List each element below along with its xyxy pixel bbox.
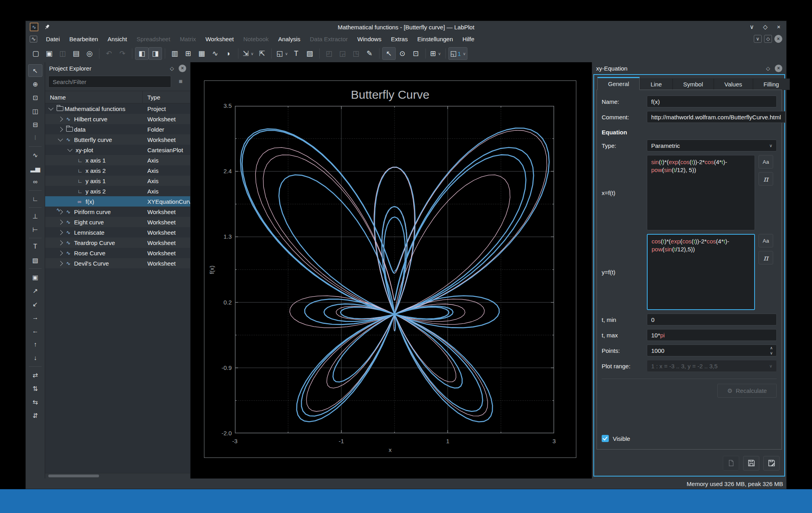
save-edit-template-button[interactable] (763, 456, 780, 471)
save-edit-icon (768, 459, 775, 467)
scale-auto-button[interactable]: ▣ (28, 271, 42, 283)
menu-bearbeiten[interactable]: Bearbeiten (65, 34, 102, 44)
zoom-x-select-tool-button[interactable]: ◫ (28, 105, 42, 117)
pin-icon[interactable] (44, 24, 50, 30)
comment-field[interactable]: http://mathworld.wolfram.com/ButterflyCu… (647, 111, 785, 123)
tab-line[interactable]: Line (640, 78, 672, 90)
menu-einstellungen[interactable]: Einstellungen (413, 34, 457, 44)
scrollbar-handle[interactable] (48, 475, 99, 477)
pointer-tool-button[interactable]: ↖ (28, 64, 42, 77)
tmin-field[interactable]: 0 (647, 314, 777, 325)
auto-scale-x-button[interactable]: ⇄ (28, 369, 42, 381)
tab-filling[interactable]: Filling (753, 78, 790, 90)
auto-scale-all-button[interactable]: ⇵ (28, 409, 42, 422)
add-image-box-button[interactable]: ▧ (28, 254, 42, 266)
horizontal-scrollbar[interactable] (45, 473, 190, 479)
constants-button[interactable]: Aa (759, 155, 773, 168)
points-spinbox[interactable]: 1000 ∧∨ (647, 345, 777, 356)
zoom-out-button[interactable]: ↙ (28, 298, 42, 310)
equation-type-select[interactable]: Parametric ∨ (647, 140, 777, 151)
open-project-button[interactable]: ▣ (42, 47, 56, 60)
pointer-mode-button[interactable]: ↖ (382, 47, 396, 60)
toolbar-separator (29, 207, 42, 208)
visible-checkbox[interactable] (602, 435, 609, 442)
worksheet-view[interactable]: Butterfly Curve x f(x) -3-1133.52.41.30.… (191, 62, 592, 479)
worksheet-page[interactable]: Butterfly Curve x f(x) -3-1133.52.41.30.… (204, 80, 576, 458)
menu-extras[interactable]: Extras (387, 34, 412, 44)
auto-scale-xy-button[interactable]: ⇆ (28, 396, 42, 408)
recalculate-button: ⚙ Recalculate (717, 384, 777, 398)
y-equation-field[interactable]: cos(t)*(exp(cos(t))-2*cos(4*t)-pow(sin(t… (647, 234, 755, 310)
mdi-minimize-button[interactable]: ∨ (754, 35, 762, 43)
magnification-button[interactable]: ◱1∨ (448, 47, 467, 60)
desktop-taskbar[interactable] (0, 489, 812, 513)
mdi-restore-button[interactable]: ◇ (764, 35, 772, 43)
add-text-box-button[interactable]: T (28, 240, 42, 253)
mdi-window-controls: ∨◇× (754, 35, 782, 43)
menu-datei[interactable]: Datei (42, 34, 64, 44)
menu-worksheet[interactable]: Worksheet (202, 34, 238, 44)
menu-analysis[interactable]: Analysis (274, 34, 304, 44)
tab-values[interactable]: Values (714, 78, 753, 90)
minimize-button[interactable]: ∨ (748, 23, 755, 31)
x-equation-field[interactable]: sin(t)*(exp(cos(t))-2*cos(4*t)-pow(sin(t… (647, 155, 755, 230)
maximize-button[interactable]: ◇ (762, 23, 769, 31)
close-button[interactable]: × (775, 23, 782, 31)
zoom-select-tool-button[interactable]: ⊡ (28, 91, 42, 104)
points-label: Points: (602, 347, 647, 354)
add-equation-curve-button[interactable]: ∞ (28, 176, 42, 188)
menu-ansicht[interactable]: Ansicht (104, 34, 131, 44)
cartesian-plot-area[interactable] (235, 106, 554, 433)
new-project-button[interactable]: ▢ (29, 47, 42, 60)
add-histogram-button[interactable]: ▂▅ (28, 162, 42, 175)
spinbox-arrows[interactable]: ∧∨ (770, 345, 773, 356)
plot-icon: ∿ (56, 145, 143, 155)
tree-row-xy-plot[interactable]: ∿xy-plotCartesianPlot (45, 145, 190, 155)
open-project-icon: ▣ (46, 50, 52, 57)
project-explorer-dock: Project Explorer ◇ × ≡ Name Type Mathema… (45, 62, 191, 479)
menu-items: DateiBearbeitenAnsichtSpreadsheetMatrixW… (42, 34, 478, 44)
statusbar: Memory used 326 MB, peak 326 MB (26, 479, 786, 489)
name-field[interactable]: f(x) (647, 96, 777, 107)
tab-general[interactable]: General (597, 77, 640, 90)
functions-pi-button[interactable]: π (759, 172, 773, 186)
titlebar[interactable]: ∿ Mathematical functions - [Butterfly cu… (26, 21, 786, 33)
menu-matrix: Matrix (176, 34, 200, 44)
shift-left-button[interactable]: ← (28, 325, 42, 337)
menubar: ∿ DateiBearbeitenAnsichtSpreadsheetMatri… (26, 33, 786, 45)
shift-right-button[interactable]: → (28, 311, 42, 324)
float-dock-icon[interactable]: ◇ (766, 65, 770, 71)
add-x-axis-button[interactable]: ⊥ (28, 210, 42, 222)
crosshair-tool-button[interactable]: ⊕ (28, 78, 42, 90)
shift-up-button[interactable]: ↑ (28, 338, 42, 351)
menu-windows[interactable]: Windows (353, 34, 385, 44)
selection-mode-button[interactable]: ⊡ (409, 47, 423, 60)
crosshair-mode-button[interactable]: ⊙ (396, 47, 409, 60)
save-template-button[interactable] (743, 456, 759, 471)
add-y-axis-button[interactable]: ⊢ (28, 223, 42, 236)
tmax-field[interactable]: 10*pi (647, 329, 777, 341)
plot-range-select: 1 : x = -3 .. 3, y = -2 .. 3,5 ∨ (647, 360, 777, 372)
plot-range-label: Plot range: (602, 363, 647, 369)
zoom-in-button[interactable]: ↗ (28, 284, 42, 297)
chevron-down-icon[interactable] (48, 105, 53, 111)
window-controls: ∨◇× (748, 23, 782, 31)
auto-scale-y-button[interactable]: ⇅ (28, 382, 42, 395)
add-xy-curve-button[interactable]: ∿ (28, 149, 42, 161)
x-tick-label: -3 (225, 438, 245, 444)
pointer-mode-icon: ↖ (386, 50, 392, 57)
magnification-level: 1 (457, 50, 461, 57)
shift-down-button[interactable]: ↓ (28, 352, 42, 364)
equation-curve[interactable] (240, 128, 549, 422)
zoom-select-mode-button[interactable]: ⊞∨ (429, 47, 442, 60)
menu-hilfe[interactable]: Hilfe (459, 34, 478, 44)
zoom-y-select-tool-button[interactable]: ⊟ (28, 118, 42, 131)
close-dock-icon[interactable]: × (775, 65, 782, 72)
constants-button[interactable]: Aa (759, 234, 773, 247)
xy-equation-header: xy-Equation ◇ × (592, 62, 786, 74)
functions-pi-button[interactable]: π (759, 251, 773, 264)
xy-equation-dock: xy-Equation ◇ × GeneralLineSymbolValuesF… (592, 62, 786, 479)
mdi-close-button[interactable]: × (774, 35, 782, 43)
tab-symbol[interactable]: Symbol (673, 78, 714, 90)
add-axis-button[interactable]: ∟ (28, 193, 42, 205)
